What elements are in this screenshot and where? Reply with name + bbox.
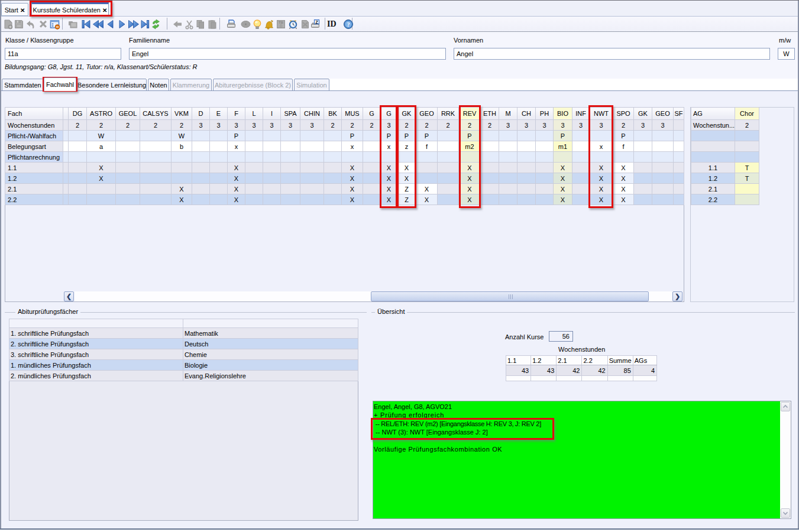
svg-text:?: ? [347,21,350,28]
svg-text:TB: TB [279,21,284,24]
svg-text:Z: Z [315,20,318,25]
